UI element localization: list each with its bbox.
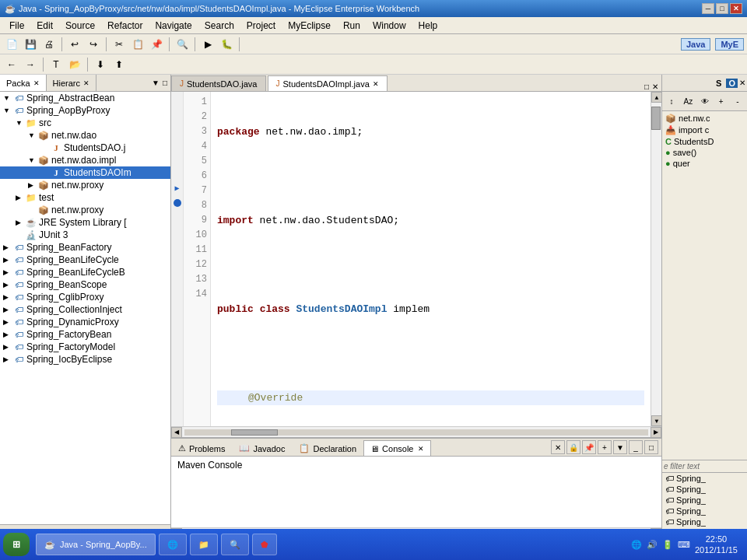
list-item[interactable]: ▶ 📦 net.nw.proxy xyxy=(0,179,170,191)
list-item[interactable]: 🏷 Spring_ xyxy=(662,495,747,506)
tab-package-explorer[interactable]: Packa ✕ xyxy=(0,75,47,91)
tb-forward-button[interactable]: → xyxy=(22,57,39,72)
list-item[interactable]: ▶ ☕ JRE System Library [ xyxy=(0,216,170,229)
list-item[interactable]: ▶ 🏷 Spring_FactoryBean xyxy=(0,328,170,341)
list-item[interactable]: ▼ 📦 net.nw.dao.impl xyxy=(0,154,170,166)
tab-declaration[interactable]: 📋 Declaration xyxy=(292,440,363,456)
left-panel-minimize-btn[interactable]: □ xyxy=(163,79,167,87)
minimize-button[interactable]: ─ xyxy=(702,3,714,14)
tab-students-dao[interactable]: J StudentsDAO.java xyxy=(171,75,266,91)
tab-javadoc[interactable]: 📖 Javadoc xyxy=(232,440,292,456)
tab-console-close-icon[interactable]: ✕ xyxy=(418,445,424,453)
list-item[interactable]: ▶ 🏷 Spring_IocByEclipse xyxy=(0,353,170,366)
tb-new-button[interactable]: 📄 xyxy=(3,37,20,52)
close-button[interactable]: ✕ xyxy=(730,3,742,14)
list-item[interactable]: 🏷 Spring_ xyxy=(662,484,747,495)
list-item[interactable]: ▶ 🏷 Spring_FactoryModel xyxy=(0,341,170,353)
list-item[interactable]: C StudentsD xyxy=(664,136,745,147)
menu-search[interactable]: Search xyxy=(198,19,240,33)
tb-open-resource-button[interactable]: 📂 xyxy=(66,57,83,72)
tb-cut-button[interactable]: ✂ xyxy=(110,37,128,52)
start-button[interactable]: ⊞ xyxy=(3,533,30,556)
mye-perspective-badge[interactable]: MyE xyxy=(715,38,744,51)
scroll-thumb[interactable] xyxy=(651,107,661,130)
scroll-up-button[interactable]: ▲ xyxy=(651,92,661,103)
tab-students-dao-impl[interactable]: J StudentsDAOImpl.java ✕ xyxy=(268,75,388,91)
hscroll-thumb[interactable] xyxy=(231,429,278,436)
menu-edit[interactable]: Edit xyxy=(30,19,59,33)
console-scroll-lock-button[interactable]: 🔒 xyxy=(566,440,580,454)
list-item[interactable]: ● quer xyxy=(664,158,745,169)
tab-close-icon[interactable]: ✕ xyxy=(373,80,379,88)
menu-help[interactable]: Help xyxy=(412,19,444,33)
tb-paste-button[interactable]: 📌 xyxy=(148,37,165,52)
list-item[interactable]: ▶ 🔬 JUnit 3 xyxy=(0,229,170,241)
tab-hierarchy-close[interactable]: ✕ xyxy=(83,79,89,87)
menu-file[interactable]: File xyxy=(3,19,30,33)
list-item[interactable]: ▶ 🏷 Spring_BeanFactory xyxy=(0,241,170,254)
scroll-down-button[interactable]: ▼ xyxy=(651,415,661,426)
menu-refactor[interactable]: Refactor xyxy=(101,19,149,33)
scroll-track[interactable] xyxy=(651,103,661,415)
list-item[interactable]: ▼ 🏷 Spring_AbstractBean xyxy=(0,92,170,104)
tb-save-button[interactable]: 💾 xyxy=(22,37,39,52)
list-item[interactable]: ● save() xyxy=(664,147,745,158)
tb-next-annotation-button[interactable]: ⬇ xyxy=(92,57,109,72)
console-maximize-button[interactable]: □ xyxy=(644,440,658,454)
list-item[interactable]: ▶ J StudentsDAO.j xyxy=(0,142,170,154)
list-item[interactable]: ▶ 📁 test xyxy=(0,191,170,204)
taskbar-app-search[interactable]: 🔍 xyxy=(221,534,249,555)
menu-run[interactable]: Run xyxy=(337,19,366,33)
list-item[interactable]: 🏷 Spring_ xyxy=(662,516,747,527)
console-options-button[interactable]: ▼ xyxy=(613,440,627,454)
outline-sync-icon[interactable]: ↕ xyxy=(664,93,679,109)
code-editor[interactable]: ▶ 1 2 xyxy=(171,92,661,426)
maximize-button[interactable]: □ xyxy=(716,3,728,14)
tb-back-button[interactable]: ← xyxy=(3,57,20,72)
taskbar-app-eclipse[interactable]: ☕ Java - Spring_AopBy... xyxy=(36,534,156,555)
hscroll-left-button[interactable]: ◀ xyxy=(171,427,182,438)
list-item[interactable]: ▶ J StudentsDAOIm xyxy=(0,166,170,179)
tab-problems[interactable]: ⚠ Problems xyxy=(171,440,232,456)
list-item[interactable]: 📦 net.nw.c xyxy=(664,113,745,124)
tb-run-button[interactable]: ▶ xyxy=(199,37,216,52)
list-item[interactable]: 🏷 Spring_ xyxy=(662,506,747,516)
list-item[interactable]: ▼ 📦 net.nw.dao xyxy=(0,129,170,142)
list-item[interactable]: 📥 import c xyxy=(664,124,745,136)
list-item[interactable]: ▼ 📁 src xyxy=(0,117,170,129)
right-panel-close-btn[interactable]: ✕ xyxy=(739,79,745,87)
menu-navigate[interactable]: Navigate xyxy=(149,19,198,33)
menu-project[interactable]: Project xyxy=(240,19,282,33)
list-item[interactable]: ▶ 🏷 Spring_DynamicProxy xyxy=(0,316,170,328)
hscroll-track[interactable] xyxy=(184,429,648,436)
menu-myeclipse[interactable]: MyEclipse xyxy=(282,19,337,33)
list-item[interactable]: 🏷 Spring_ xyxy=(662,473,747,484)
editor-restore-icon[interactable]: ✕ xyxy=(652,82,658,91)
list-item[interactable]: ▶ 🏷 Spring_CollectionInject xyxy=(0,303,170,316)
window-controls[interactable]: ─ □ ✕ xyxy=(702,3,742,14)
left-panel-menu-btn[interactable]: ▼ xyxy=(152,79,160,87)
tb-search-button[interactable]: 🔍 xyxy=(174,37,191,52)
code-content[interactable]: package net.nw.dao.impl; import net.nw.d… xyxy=(211,92,651,426)
taskbar-app-ie[interactable]: 🌐 xyxy=(159,534,187,555)
menu-window[interactable]: Window xyxy=(366,19,412,33)
editor-maximize-icon[interactable]: □ xyxy=(644,82,649,91)
editor-horizontal-scrollbar[interactable]: ◀ ▶ xyxy=(171,426,661,437)
tb-undo-button[interactable]: ↩ xyxy=(66,37,83,52)
taskbar-app-red[interactable]: ⬟ xyxy=(252,534,277,555)
taskbar-app-explorer[interactable]: 📁 xyxy=(190,534,218,555)
list-item[interactable]: ▶ 🏷 Spring_BeanLifeCycleB xyxy=(0,266,170,278)
java-perspective-badge[interactable]: Java xyxy=(681,38,710,51)
list-item[interactable]: ▼ 🏷 Spring_AopByProxy xyxy=(0,104,170,117)
list-item[interactable]: ▶ 📦 net.nw.proxy xyxy=(0,204,170,216)
tab-console[interactable]: 🖥 Console ✕ xyxy=(363,440,431,456)
tab-hierarchy[interactable]: Hierarc ✕ xyxy=(47,75,96,91)
outline-hide-icon[interactable]: 👁 xyxy=(696,93,712,109)
outline-collapse-icon[interactable]: - xyxy=(730,93,745,109)
tb-prev-annotation-button[interactable]: ⬆ xyxy=(110,57,128,72)
list-item[interactable]: ▶ 🏷 Spring_CglibProxy xyxy=(0,291,170,303)
editor-vertical-scrollbar[interactable]: ▲ ▼ xyxy=(651,92,661,426)
outline-sort-icon[interactable]: Az xyxy=(680,93,696,109)
tb-debug-button[interactable]: 🐛 xyxy=(218,37,235,52)
console-minimize-button[interactable]: _ xyxy=(629,440,643,454)
